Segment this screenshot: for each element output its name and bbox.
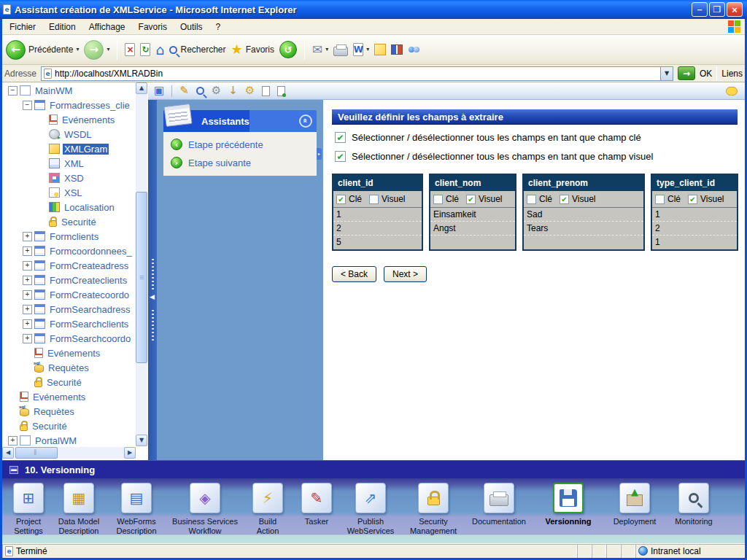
module-data-model-description[interactable]: ▦Data ModelDescription [53, 478, 104, 543]
collapse-icon[interactable]: − [8, 86, 18, 96]
edit-icon[interactable]: ✎ [179, 85, 189, 96]
tree-item-label[interactable]: MainWM [34, 85, 74, 96]
module-webforms-description-button[interactable]: ▤ [121, 483, 152, 513]
tree-item-formadresses-clie[interactable]: −Formadresses_clie [2, 98, 136, 112]
module-deployment-button[interactable]: ▲ [619, 483, 650, 513]
tree-item-label[interactable]: Securité [45, 377, 83, 388]
toolbar-messenger-note-button[interactable] [374, 44, 386, 55]
module-project-settings[interactable]: ⊞ProjectSettings [4, 478, 53, 543]
toolbar-forward-button[interactable]: →▾ [84, 40, 109, 60]
module-publish-webservices[interactable]: ⇗PublishWebServices [339, 478, 402, 543]
tree-item-ev-nements[interactable]: Evénements [2, 389, 136, 404]
tree-item-label[interactable]: Securité [60, 217, 98, 228]
key-checkbox[interactable]: ✔ [336, 195, 346, 204]
tree-item-label[interactable]: XSD [63, 173, 85, 184]
dropdown-caret-icon[interactable]: ▾ [76, 47, 79, 52]
expand-icon[interactable]: + [23, 319, 32, 329]
module-monitoring-button[interactable] [678, 483, 709, 513]
toolbar-favorites-button[interactable]: ★Favoris [231, 43, 274, 56]
tree-item-ev-nements[interactable]: Evénements [2, 112, 136, 127]
tree-item-xsl[interactable]: XSL [2, 185, 136, 200]
visual-checkbox[interactable] [369, 195, 379, 204]
tree-item-label[interactable]: FormSearchcoordo [48, 333, 132, 344]
next-button[interactable]: Next > [384, 266, 427, 282]
tree-item-label[interactable]: FormCreatecoordo [48, 289, 131, 300]
tree-item-wsdl[interactable]: WSDL [2, 127, 136, 141]
select-all-checkbox[interactable]: ✔ [335, 151, 346, 162]
tree-item-label[interactable]: FormCreateadress [48, 260, 130, 271]
module-deployment[interactable]: ▲Deployment [603, 478, 666, 543]
preview-icon[interactable] [196, 87, 204, 95]
assistants-link-label[interactable]: Etape précédente [188, 139, 263, 150]
go-button[interactable]: → [678, 66, 695, 80]
address-input[interactable]: e http://localhost/XMLRADBin ▼ [41, 66, 673, 81]
generate-icon[interactable] [277, 86, 285, 96]
module-security-management[interactable]: SecurityManagement [402, 478, 465, 543]
module-tasker-button[interactable]: ✎ [301, 483, 332, 513]
tree-item-formcoordonnees[interactable]: +Formcoordonnees_ [2, 244, 136, 258]
module-publish-webservices-button[interactable]: ⇗ [355, 483, 386, 513]
scroll-right-icon[interactable]: ▶ [124, 447, 136, 459]
expand-icon[interactable]: + [23, 290, 32, 300]
collapse-icon[interactable]: − [23, 101, 32, 110]
module-documentation[interactable]: Documentation [465, 478, 533, 543]
collapse-section-icon[interactable]: ▬ [9, 466, 18, 474]
tree-item-formsearchcoordo[interactable]: +FormSearchcoordo [2, 331, 136, 346]
collapse-chevron-icon[interactable]: « [299, 114, 312, 128]
scroll-up-icon[interactable]: ▲ [136, 82, 147, 94]
toolbar-messenger-button[interactable] [408, 44, 421, 55]
tools-icon[interactable]: ⚙ [212, 85, 221, 96]
tree-item-xml[interactable]: XML [2, 156, 136, 171]
tree-item-portalwm[interactable]: +PortalWM [2, 433, 136, 447]
key-checkbox[interactable] [527, 195, 536, 204]
component-icon[interactable]: ▣ [154, 85, 164, 96]
tree-item-requ-tes[interactable]: Requètes [2, 404, 136, 419]
panel-splitter[interactable]: ◀ [148, 100, 157, 460]
module-versionning-button[interactable] [553, 483, 584, 513]
scrollbar-thumb[interactable] [136, 192, 147, 363]
tree-item-formsearchclients[interactable]: +FormSearchclients [2, 316, 136, 331]
tree-item-label[interactable]: Formadresses_clie [48, 100, 131, 111]
toolbar-mail-button[interactable]: ✉▾ [312, 44, 328, 56]
menu-affichage[interactable]: Affichage [82, 20, 132, 34]
toolbar-history-button[interactable]: ↺ [279, 41, 297, 58]
scroll-left-icon[interactable]: ◀ [2, 447, 14, 459]
tree-item-localisation[interactable]: Localisation [2, 200, 136, 214]
tree-item-ev-nements[interactable]: Evénements [2, 346, 136, 360]
tree-item-securit[interactable]: Securité [2, 419, 136, 433]
expand-icon[interactable]: + [23, 246, 32, 256]
tree-item-label[interactable]: Evénements [31, 392, 87, 402]
toolbar-stop-button[interactable]: × [125, 43, 135, 56]
toolbar-print-button[interactable] [333, 44, 348, 56]
module-tasker[interactable]: ✎Tasker [294, 478, 339, 543]
tree-item-label[interactable]: FormSearchadress [48, 304, 132, 315]
key-checkbox[interactable] [655, 195, 665, 204]
module-security-management-button[interactable] [418, 483, 449, 513]
collapse-panel-icon[interactable]: ◀ [150, 294, 155, 300]
tree-item-label[interactable]: Evénements [61, 114, 116, 125]
tree-item-requ-tes[interactable]: Requètes [2, 360, 136, 375]
toolbar-search-button[interactable]: Rechercher [169, 44, 225, 55]
tree-item-formcreateadress[interactable]: +FormCreateadress [2, 258, 136, 273]
toolbar-refresh-button[interactable]: ↻ [140, 43, 150, 56]
restore-button[interactable]: ❒ [709, 2, 725, 17]
tree-item-label[interactable]: XMLGram [63, 144, 109, 155]
menu-item[interactable]: ? [209, 20, 228, 34]
module-monitoring[interactable]: Monitoring [666, 478, 721, 543]
links-label[interactable]: Liens [721, 69, 743, 79]
build-icon[interactable]: ⚙ [245, 85, 255, 96]
tree-item-formcreateclients[interactable]: +FormCreateclients [2, 273, 136, 287]
module-build-action-button[interactable]: ⚡ [252, 483, 283, 513]
dropdown-caret-icon[interactable]: ▾ [107, 47, 109, 52]
minimize-button[interactable]: – [692, 2, 708, 17]
import-icon[interactable]: ↓ [228, 85, 238, 96]
module-project-settings-button[interactable]: ⊞ [13, 483, 44, 513]
tree-item-label[interactable]: FormSearchclients [48, 319, 130, 330]
menu-outils[interactable]: Outils [174, 20, 209, 34]
tree-item-formclients[interactable]: +Formclients [2, 229, 136, 244]
help-bubble-icon[interactable] [726, 87, 738, 96]
back-button[interactable]: < Back [332, 266, 376, 282]
expand-icon[interactable]: + [23, 334, 32, 343]
address-dropdown-icon[interactable]: ▼ [660, 67, 673, 80]
dropdown-caret-icon[interactable]: ▾ [366, 47, 369, 52]
